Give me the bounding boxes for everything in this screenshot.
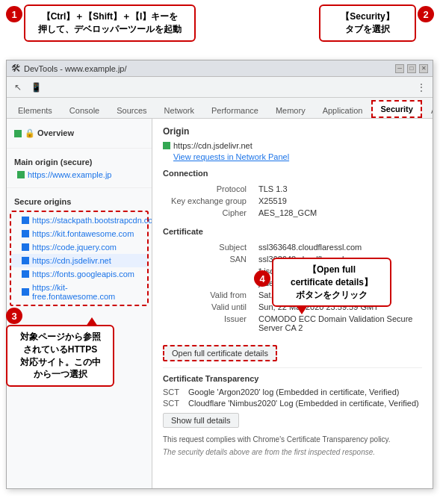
issuer-row: Issuer COMODO ECC Domain Validation Secu… xyxy=(164,314,421,333)
view-requests-link[interactable]: View requests in Network Panel xyxy=(173,152,422,161)
main-origin-item[interactable]: https://www.example.jp xyxy=(7,168,152,181)
sidebar-overview[interactable]: 🔒 Overview xyxy=(7,125,152,142)
secure-origin-2-indicator xyxy=(22,243,29,251)
secure-origin-1[interactable]: https://kit.fontawesome.com xyxy=(11,227,147,240)
secure-origin-0[interactable]: https://stackpath.bootstrapcdn.com xyxy=(11,214,147,227)
key-exchange-label: Key exchange group xyxy=(164,196,254,206)
tab-application[interactable]: Application xyxy=(314,102,371,118)
transparency-title: Certificate Transparency xyxy=(163,367,422,383)
key-exchange-row: Key exchange group X25519 xyxy=(164,196,421,206)
minimize-button[interactable]: ─ xyxy=(395,64,404,73)
open-cert-button[interactable]: Open full certificate details xyxy=(163,345,277,361)
secure-origin-5-indicator xyxy=(22,288,29,296)
protocol-row: Protocol TLS 1.3 xyxy=(164,184,421,194)
sct-label-1: SCT xyxy=(163,399,184,408)
callout-1: 【Ctrl】＋【Shift】＋【I】キーを 押して、デベロッパーツールを起動 xyxy=(24,4,196,42)
valid-from-label: Valid from xyxy=(164,290,254,300)
secure-origin-0-indicator xyxy=(22,217,29,224)
secure-origin-4-indicator xyxy=(22,270,29,278)
inspect-element-icon[interactable]: ↖ xyxy=(10,79,26,96)
subject-label: Subject xyxy=(164,242,254,252)
secure-origin-4[interactable]: https://fonts.googleapis.com xyxy=(11,267,147,281)
secure-origins-box: https://stackpath.bootstrapcdn.com https… xyxy=(10,211,149,306)
origin-secure-indicator xyxy=(163,142,170,149)
maximize-button[interactable]: □ xyxy=(407,64,416,73)
sidebar: 🔒 Overview Main origin (secure) https://… xyxy=(7,119,152,488)
sct-value-1: Cloudflare 'Nimbus2020' Log (Embedded in… xyxy=(188,399,419,408)
tab-elements[interactable]: Elements xyxy=(10,102,61,118)
secure-origin-5[interactable]: https://kit-free.fontawesome.com xyxy=(11,281,147,303)
protocol-label: Protocol xyxy=(164,184,254,194)
title-bar: 🛠 DevTools - www.example.jp/ ─ □ ✕ xyxy=(7,60,433,77)
devtools-tabs-bar: Elements Console Sources Network Perform… xyxy=(7,98,433,119)
tab-network[interactable]: Network xyxy=(156,102,202,118)
secure-origin-3[interactable]: https://cdn.jsdelivr.net xyxy=(11,254,147,267)
annotation-number-1: 1 xyxy=(6,6,22,22)
main-origin-url: https://www.example.jp xyxy=(28,170,112,179)
sct-value-0: Google 'Argon2020' log (Embedded in cert… xyxy=(188,388,399,396)
annotation-number-2: 2 xyxy=(418,6,434,22)
tab-security[interactable]: Security xyxy=(371,100,421,118)
connection-title: Connection xyxy=(163,169,422,178)
protocol-value: TLS 1.3 xyxy=(255,184,421,194)
secure-origin-1-indicator xyxy=(22,230,29,237)
secure-origins-label: Secure origins xyxy=(7,194,152,208)
overview-icon xyxy=(14,130,22,137)
origin-url: https://cdn.jsdelivr.net xyxy=(173,141,252,150)
annotation-number-4: 4 xyxy=(254,270,270,287)
window-controls: ─ □ ✕ xyxy=(395,64,428,73)
callout-2: 【Security】 タブを選択 xyxy=(319,4,416,42)
valid-until-label: Valid until xyxy=(164,302,254,312)
show-full-details-button[interactable]: Show full details xyxy=(163,413,239,428)
connection-table: Protocol TLS 1.3 Key exchange group X255… xyxy=(163,182,422,220)
close-button[interactable]: ✕ xyxy=(419,64,428,73)
tab-memory[interactable]: Memory xyxy=(267,102,314,118)
cipher-value: AES_128_GCM xyxy=(255,208,421,218)
secure-origin-3-indicator xyxy=(22,257,29,264)
certificate-title: Certificate xyxy=(163,227,422,236)
san-label: SAN xyxy=(164,254,254,264)
subject-row: Subject ssl363648.cloudflaressl.com xyxy=(164,242,421,252)
annotation-number-3: 3 xyxy=(6,308,22,324)
tab-performance[interactable]: Performance xyxy=(203,102,267,118)
tab-sources[interactable]: Sources xyxy=(108,102,155,118)
origin-title: Origin xyxy=(163,126,422,137)
origin-row: https://cdn.jsdelivr.net xyxy=(163,141,422,150)
tab-audits[interactable]: Audits xyxy=(423,102,433,118)
overview-label: 🔒 Overview xyxy=(25,128,74,138)
main-origin-label: Main origin (secure) xyxy=(7,155,152,168)
tab-console[interactable]: Console xyxy=(61,102,108,118)
toolbar-icons: ↖ 📱 ⋮ xyxy=(7,77,433,98)
callout-3: 対象ページから参照 されているHTTPS 対応サイト。この中 から一つ選択 xyxy=(6,325,114,387)
issuer-label: Issuer xyxy=(164,314,254,333)
callout-4: 【Open full certificate details】 ボタンをクリック xyxy=(272,258,391,307)
devtools-favicon: 🛠 xyxy=(11,63,21,74)
key-exchange-value: X25519 xyxy=(255,196,421,206)
device-toggle-icon[interactable]: 📱 xyxy=(28,79,44,96)
cipher-row: Cipher AES_128_GCM xyxy=(164,208,421,218)
callout4-arrow xyxy=(296,305,308,314)
issuer-value: COMODO ECC Domain Validation Secure Serv… xyxy=(255,314,421,333)
sct-row-0: SCT Google 'Argon2020' log (Embedded in … xyxy=(163,388,422,396)
sct-row-1: SCT Cloudflare 'Nimbus2020' Log (Embedde… xyxy=(163,399,422,408)
subject-value: ssl363648.cloudflaressl.com xyxy=(255,242,421,252)
security-note: The security details above are from the … xyxy=(163,448,422,456)
secure-origin-2[interactable]: https://code.jquery.com xyxy=(11,240,147,254)
callout3-arrow xyxy=(86,317,98,326)
policy-text: This request complies with Chrome's Cert… xyxy=(163,435,422,444)
main-origin-indicator xyxy=(17,171,25,178)
more-options-icon[interactable]: ⋮ xyxy=(413,79,430,96)
sct-label-0: SCT xyxy=(163,388,184,396)
title-bar-text: DevTools - www.example.jp/ xyxy=(24,64,395,73)
cipher-label: Cipher xyxy=(164,208,254,218)
